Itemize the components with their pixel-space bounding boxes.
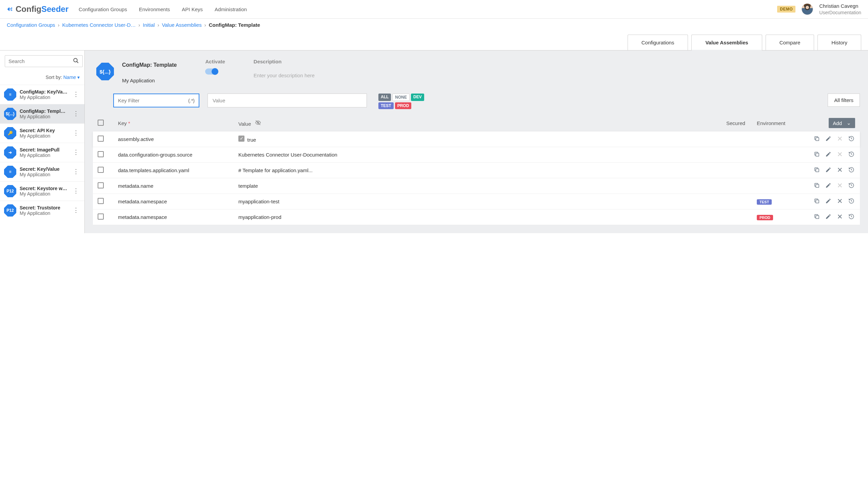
assembly-title: ConfigMap: Template	[122, 62, 177, 68]
nav-api-keys[interactable]: API Keys	[182, 6, 203, 12]
edit-icon[interactable]	[825, 198, 832, 205]
tab-history[interactable]: History	[817, 35, 861, 50]
edit-icon[interactable]	[825, 136, 832, 143]
col-secured: Secured	[726, 120, 757, 126]
sidebar-item[interactable]: ➜ Secret: ImagePull My Application ⋮	[0, 143, 84, 162]
copy-icon[interactable]	[813, 198, 821, 205]
logo-icon	[7, 4, 13, 15]
sidebar-item[interactable]: 🔑 Secret: API Key My Application ⋮	[0, 123, 84, 143]
item-menu-icon[interactable]: ⋮	[72, 170, 80, 173]
edit-icon[interactable]	[825, 167, 832, 174]
sort-control[interactable]: Sort by: Name ▾	[0, 72, 84, 85]
item-title: ConfigMap: Templ…	[20, 108, 68, 114]
sidebar-item[interactable]: ≡ Secret: Key/Value My Application ⋮	[0, 162, 84, 181]
row-checkbox[interactable]	[98, 151, 104, 157]
item-menu-icon[interactable]: ⋮	[72, 113, 80, 115]
key-filter-input[interactable]	[118, 98, 188, 103]
item-menu-icon[interactable]: ⋮	[72, 93, 80, 96]
copy-icon[interactable]	[813, 136, 821, 143]
item-type-icon: P12	[4, 204, 16, 217]
delete-icon[interactable]	[836, 198, 844, 205]
chip-all[interactable]: ALL	[378, 94, 391, 101]
item-subtitle: My Application	[20, 152, 68, 158]
item-menu-icon[interactable]: ⋮	[72, 190, 80, 192]
copy-icon[interactable]	[813, 214, 821, 221]
brand-logo[interactable]: ConfigSeeder	[7, 4, 68, 15]
nav-environments[interactable]: Environments	[139, 6, 170, 12]
nav-config-groups[interactable]: Configuration Groups	[79, 6, 127, 12]
edit-icon[interactable]	[825, 182, 832, 189]
crumb-3[interactable]: Value Assemblies	[162, 22, 201, 28]
copy-icon[interactable]	[813, 151, 821, 158]
description-label: Description	[254, 59, 315, 64]
edit-icon[interactable]	[825, 214, 832, 221]
copy-icon[interactable]	[813, 167, 821, 174]
all-filters-button[interactable]: All filters	[828, 94, 860, 107]
col-env: Environment	[757, 120, 801, 126]
sidebar-item[interactable]: ≡ ConfigMap: Key/Va… My Application ⋮	[0, 85, 84, 104]
cell-key: data.configuration-groups.source	[118, 152, 238, 158]
chip-test[interactable]: TEST	[378, 102, 394, 109]
item-menu-icon[interactable]: ⋮	[72, 151, 80, 154]
history-icon[interactable]	[848, 167, 855, 174]
search-icon	[73, 58, 79, 65]
select-all-checkbox[interactable]	[98, 120, 104, 126]
key-filter[interactable]: (.*)	[113, 94, 199, 107]
sidebar-item[interactable]: P12 Secret: Truststore My Application ⋮	[0, 201, 84, 220]
item-menu-icon[interactable]: ⋮	[72, 132, 80, 134]
eye-off-icon[interactable]	[255, 121, 261, 127]
delete-icon[interactable]	[836, 214, 844, 221]
user-info[interactable]: Christian Cavegn UserDocumentation	[819, 3, 861, 16]
row-checkbox[interactable]	[98, 167, 104, 173]
delete-icon[interactable]	[836, 167, 844, 174]
tab-value-assemblies[interactable]: Value Assemblies	[691, 35, 762, 50]
activate-toggle[interactable]	[205, 68, 218, 75]
tab-compare[interactable]: Compare	[766, 35, 814, 50]
svg-rect-13	[816, 184, 819, 187]
copy-icon[interactable]	[813, 182, 821, 189]
history-icon[interactable]	[848, 182, 855, 189]
value-filter-input[interactable]: Value	[208, 94, 367, 107]
sort-value: Name	[63, 75, 76, 80]
history-icon[interactable]	[848, 198, 855, 205]
crumb-2[interactable]: Initial	[143, 22, 155, 28]
crumb-0[interactable]: Configuration Groups	[7, 22, 55, 28]
env-badge-test: TEST	[757, 199, 772, 205]
row-checkbox[interactable]	[98, 182, 104, 188]
nav-administration[interactable]: Administration	[215, 6, 247, 12]
description-input[interactable]: Enter your description here	[254, 73, 315, 78]
tab-configurations[interactable]: Configurations	[628, 35, 688, 50]
item-subtitle: My Application	[20, 133, 68, 139]
user-org: UserDocumentation	[819, 9, 861, 16]
delete-icon	[836, 182, 844, 189]
item-type-icon: ≡	[4, 88, 16, 101]
item-menu-icon[interactable]: ⋮	[72, 209, 80, 211]
svg-rect-7	[816, 153, 819, 156]
chip-none[interactable]: NONE	[392, 94, 410, 101]
history-icon[interactable]	[848, 136, 855, 143]
chip-dev[interactable]: DEV	[411, 94, 424, 101]
sidebar-search[interactable]	[5, 55, 83, 67]
item-title: Secret: Key/Value	[20, 166, 68, 172]
cell-key: data.templates.application.yaml	[118, 167, 238, 173]
cell-value: true	[238, 136, 726, 143]
sidebar-item[interactable]: ${...} ConfigMap: Templ… My Application …	[0, 104, 84, 123]
cell-value: # Template for application.yaml...	[238, 167, 726, 173]
row-checkbox[interactable]	[98, 136, 104, 142]
add-row-button[interactable]: Add ⌄	[829, 118, 855, 128]
sort-label: Sort by:	[46, 75, 62, 80]
search-input[interactable]	[8, 58, 73, 64]
chip-prod[interactable]: PROD	[395, 102, 412, 109]
item-title: Secret: API Key	[20, 128, 68, 133]
cell-key: metadata.namespace	[118, 214, 238, 220]
history-icon[interactable]	[848, 214, 855, 221]
row-checkbox[interactable]	[98, 214, 104, 220]
history-icon[interactable]	[848, 151, 855, 158]
sidebar-item[interactable]: P12 Secret: Keystore wi… My Application …	[0, 181, 84, 201]
chevron-right-icon: ›	[204, 22, 206, 28]
user-avatar[interactable]	[802, 3, 813, 15]
crumb-1[interactable]: Kubernetes Connector User-D…	[62, 22, 136, 28]
chevron-right-icon: ›	[138, 22, 140, 28]
row-checkbox[interactable]	[98, 198, 104, 204]
edit-icon[interactable]	[825, 151, 832, 158]
